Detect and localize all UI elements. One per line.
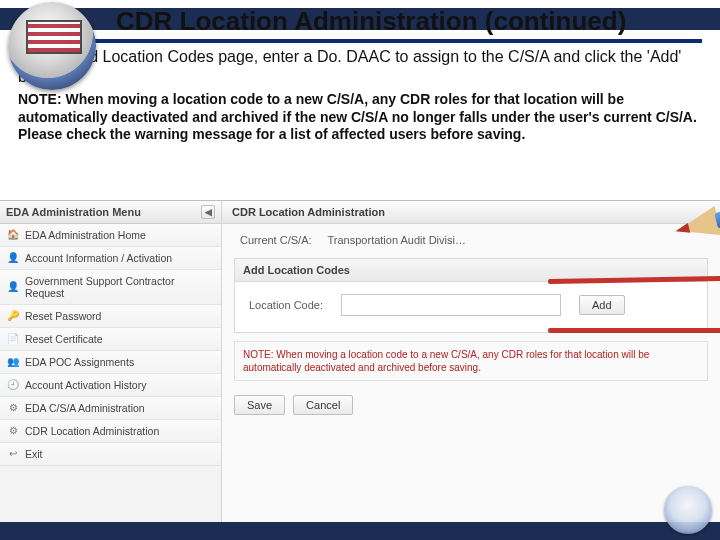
intro-text: On the Add Location Codes page, enter a … xyxy=(8,47,712,89)
sidebar-item[interactable]: 🏠EDA Administration Home xyxy=(0,224,221,247)
sidebar-collapse-button[interactable]: ◀ xyxy=(201,205,215,219)
menu-item-icon: ⚙ xyxy=(7,402,19,414)
main-panel: CDR Location Administration Current C/S/… xyxy=(222,201,720,522)
sidebar-item[interactable]: 👥EDA POC Assignments xyxy=(0,351,221,374)
location-code-label: Location Code: xyxy=(249,299,323,311)
warning-note: NOTE: When moving a location code to a n… xyxy=(234,341,708,381)
annotation-underline-icon xyxy=(548,328,720,333)
note-text: NOTE: When moving a location code to a n… xyxy=(8,89,712,152)
corner-seal-icon xyxy=(664,486,712,534)
sidebar-item[interactable]: 📄Reset Certificate xyxy=(0,328,221,351)
sidebar-header: EDA Administration Menu ◀ xyxy=(0,201,221,224)
menu-item-icon: ↩ xyxy=(7,448,19,460)
cancel-button[interactable]: Cancel xyxy=(293,395,353,415)
sidebar-item[interactable]: ⚙EDA C/S/A Administration xyxy=(0,397,221,420)
menu-item-icon: 👤 xyxy=(7,281,19,293)
add-button[interactable]: Add xyxy=(579,295,625,315)
slide-header: CDR Location Administration (continued) … xyxy=(0,0,720,152)
sidebar-item[interactable]: 🔑Reset Password xyxy=(0,305,221,328)
sidebar-item[interactable]: ↩Exit xyxy=(0,443,221,466)
menu-item-label: Reset Certificate xyxy=(25,333,103,345)
sidebar-item[interactable]: 👤Government Support Contractor Request xyxy=(0,270,221,305)
current-csa-row: Current C/S/A: Transportation Audit Divi… xyxy=(222,224,720,254)
app-screenshot: EDA Administration Menu ◀ 🏠EDA Administr… xyxy=(0,200,720,522)
menu-item-label: Account Information / Activation xyxy=(25,252,172,264)
menu-item-icon: 📄 xyxy=(7,333,19,345)
menu-item-label: Reset Password xyxy=(25,310,101,322)
sidebar-title: EDA Administration Menu xyxy=(6,206,141,218)
panel-body: Location Code: Add xyxy=(235,282,707,332)
footer-band xyxy=(0,522,720,540)
menu-item-label: Exit xyxy=(25,448,43,460)
menu-item-label: EDA C/S/A Administration xyxy=(25,402,145,414)
sidebar-item[interactable]: ⚙CDR Location Administration xyxy=(0,420,221,443)
menu-item-icon: 🏠 xyxy=(7,229,19,241)
action-row: Save Cancel xyxy=(222,389,720,421)
sidebar-item[interactable]: 🕘Account Activation History xyxy=(0,374,221,397)
menu-item-label: EDA Administration Home xyxy=(25,229,146,241)
current-csa-value: Transportation Audit Divisi… xyxy=(328,234,466,246)
page-title: CDR Location Administration (continued) xyxy=(8,0,712,39)
menu-item-icon: 👤 xyxy=(7,252,19,264)
menu-item-label: Government Support Contractor Request xyxy=(25,275,214,299)
sidebar-item[interactable]: 👤Account Information / Activation xyxy=(0,247,221,270)
agency-seal-icon xyxy=(8,2,96,90)
menu-item-icon: ⚙ xyxy=(7,425,19,437)
menu-item-label: Account Activation History xyxy=(25,379,146,391)
menu-item-icon: 🔑 xyxy=(7,310,19,322)
menu-item-icon: 🕘 xyxy=(7,379,19,391)
sidebar-menu: 🏠EDA Administration Home👤Account Informa… xyxy=(0,224,221,466)
main-page-title: CDR Location Administration xyxy=(222,201,720,224)
location-code-input[interactable] xyxy=(341,294,561,316)
menu-item-label: EDA POC Assignments xyxy=(25,356,134,368)
add-location-panel: Add Location Codes Location Code: Add xyxy=(234,258,708,333)
menu-item-label: CDR Location Administration xyxy=(25,425,159,437)
sidebar: EDA Administration Menu ◀ 🏠EDA Administr… xyxy=(0,201,222,522)
menu-item-icon: 👥 xyxy=(7,356,19,368)
current-csa-label: Current C/S/A: xyxy=(240,234,312,246)
title-underline xyxy=(18,39,702,43)
save-button[interactable]: Save xyxy=(234,395,285,415)
